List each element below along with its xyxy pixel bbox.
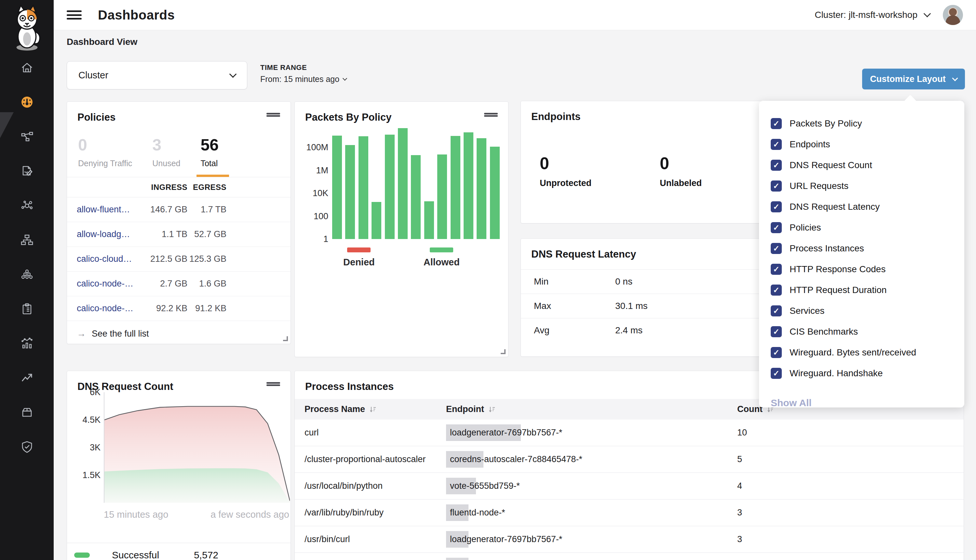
- drag-handle-icon[interactable]: [267, 381, 280, 386]
- cluster-nodes-icon[interactable]: [20, 268, 33, 281]
- endpoint-column-header[interactable]: Endpoint: [446, 404, 737, 414]
- calico-cat-logo: [7, 5, 47, 52]
- legend-allowed[interactable]: Allowed: [424, 247, 460, 268]
- policy-link[interactable]: calico-node-alertmana…: [67, 303, 134, 313]
- allowed-bar: [332, 136, 342, 239]
- customize-layout-button[interactable]: Customize Layout: [862, 68, 965, 90]
- legend-denied[interactable]: Denied: [343, 247, 375, 268]
- menu-item-process-instances[interactable]: ✓Process Instances: [771, 238, 964, 259]
- reports-icon[interactable]: [20, 165, 33, 178]
- checkbox-checked-icon[interactable]: ✓: [771, 326, 782, 337]
- process-count: 4: [737, 481, 964, 491]
- menu-item-http-response-codes[interactable]: ✓HTTP Response Codes: [771, 259, 964, 280]
- user-avatar[interactable]: [943, 5, 963, 25]
- dns-count-y-axis: 1.5K3K4.5K6K: [73, 392, 100, 503]
- checkbox-checked-icon[interactable]: ✓: [771, 305, 782, 317]
- cluster-switcher[interactable]: Cluster: jlt-msft-workshop: [815, 10, 930, 20]
- time-range-label: TIME RANGE: [260, 63, 347, 72]
- resize-handle-icon[interactable]: [283, 336, 288, 341]
- shield-check-icon[interactable]: [20, 440, 33, 453]
- menu-item-endpoints[interactable]: ✓Endpoints: [771, 134, 964, 155]
- packets-y-axis: 110010K1M100M: [300, 125, 328, 239]
- policies-card: Policies 0Denying Traffic3Unused56Total …: [67, 102, 291, 344]
- policies-tab-total[interactable]: 56Total: [197, 136, 229, 177]
- checkbox-checked-icon[interactable]: ✓: [771, 264, 782, 275]
- checkbox-checked-icon[interactable]: ✓: [771, 139, 782, 150]
- checkbox-checked-icon[interactable]: ✓: [771, 222, 782, 233]
- unlabeled-stat: 0 Unlabeled: [660, 153, 702, 188]
- service-graph-icon[interactable]: [20, 199, 33, 212]
- package-box-icon[interactable]: [20, 406, 33, 419]
- network-sets-icon[interactable]: [20, 130, 33, 143]
- dns-count-x-axis: 15 minutes ago a few seconds ago: [104, 509, 289, 520]
- show-all-link[interactable]: Show All: [771, 397, 964, 408]
- checkbox-checked-icon[interactable]: ✓: [771, 368, 782, 379]
- dashboards-gauge-icon[interactable]: [20, 96, 33, 108]
- drag-handle-icon[interactable]: [267, 112, 280, 117]
- policies-stats-tabs: 0Denying Traffic3Unused56Total: [67, 123, 290, 177]
- clipboard-list-icon[interactable]: [20, 302, 33, 315]
- legend-successful-row[interactable]: Successful 5,572: [67, 543, 290, 560]
- checkbox-checked-icon[interactable]: ✓: [771, 118, 782, 129]
- policies-table-row: calico-node-alertmana…2.7 GB1.6 GB: [67, 272, 290, 296]
- endpoint-chip[interactable]: loadgenerator-7697bb7567-*: [446, 531, 469, 548]
- checkbox-checked-icon[interactable]: ✓: [771, 160, 782, 171]
- process-instances-card-title: Process Instances: [305, 381, 394, 393]
- stats-chart-icon[interactable]: [20, 337, 33, 350]
- home-icon[interactable]: [20, 61, 33, 74]
- see-full-list-link[interactable]: → See the full list: [67, 328, 290, 339]
- process-count: 3: [737, 508, 964, 518]
- menu-item-wireguard-bytes-sent-received[interactable]: ✓Wireguard. Bytes sent/received: [771, 342, 964, 363]
- menu-item-services[interactable]: ✓Services: [771, 300, 964, 321]
- menu-item-http-request-duration[interactable]: ✓HTTP Request Duration: [771, 280, 964, 300]
- ingress-column-header: INGRESS: [134, 183, 187, 192]
- dns-request-count-card: DNS Request Count 1.5K3K4.5K6K: [67, 371, 291, 560]
- chevron-down-icon: [342, 76, 347, 81]
- resize-handle-icon[interactable]: [501, 349, 506, 354]
- allowed-bar: [424, 201, 434, 239]
- endpoint-chip[interactable]: vote-5655bd759-*: [446, 478, 476, 494]
- time-range-value[interactable]: From: 15 minutes ago: [260, 75, 347, 84]
- dns-count-legend: Successful 5,572: [67, 543, 290, 560]
- checkbox-checked-icon[interactable]: ✓: [771, 201, 782, 212]
- allowed-bar: [490, 147, 500, 239]
- trending-up-icon[interactable]: [20, 372, 33, 384]
- checkbox-checked-icon[interactable]: ✓: [771, 243, 782, 254]
- menu-item-packets-by-policy[interactable]: ✓Packets By Policy: [771, 113, 964, 134]
- process-name: /cluster-proportional-autoscaler: [295, 454, 446, 464]
- policies-tab-denying-traffic[interactable]: 0Denying Traffic: [74, 136, 136, 177]
- process-instances-row: curlloadgenerator-7697bb7567-*10: [295, 420, 964, 446]
- process-name-column-header[interactable]: Process Name: [295, 404, 446, 414]
- process-count: 3: [737, 534, 964, 544]
- drag-handle-icon[interactable]: [484, 112, 498, 117]
- menu-item-dns-request-count[interactable]: ✓DNS Request Count: [771, 155, 964, 176]
- allowed-bar: [398, 128, 408, 239]
- checkbox-checked-icon[interactable]: ✓: [771, 180, 782, 192]
- process-count: 5: [737, 454, 964, 464]
- policies-tab-unused[interactable]: 3Unused: [148, 136, 184, 177]
- unprotected-stat: 0 Unprotected: [540, 153, 591, 188]
- menu-item-wireguard-handshake[interactable]: ✓Wireguard. Handshake: [771, 363, 964, 384]
- checkbox-checked-icon[interactable]: ✓: [771, 285, 782, 296]
- dashboard-view-select[interactable]: Cluster: [67, 61, 247, 90]
- policy-link[interactable]: allow-loadgenerator: [67, 229, 134, 239]
- dns-count-area-chart: [104, 392, 289, 503]
- menu-item-dns-request-latency[interactable]: ✓DNS Request Latency: [771, 197, 964, 217]
- checkbox-checked-icon[interactable]: ✓: [771, 347, 782, 358]
- policy-link[interactable]: allow-fluentd-node: [67, 205, 134, 215]
- policies-table-header: INGRESS EGRESS: [67, 177, 290, 197]
- chevron-down-icon: [229, 70, 237, 78]
- endpoint-chip[interactable]: compliance-benchmarker-*: [446, 558, 469, 560]
- policy-link[interactable]: calico-cloud-apiserver-…: [67, 254, 134, 264]
- endpoint-chip[interactable]: coredns-autoscaler-7c88465478-*: [446, 451, 484, 468]
- endpoint-chip[interactable]: loadgenerator-7697bb7567-*: [446, 424, 521, 441]
- menu-item-url-requests[interactable]: ✓URL Requests: [771, 176, 964, 197]
- menu-item-policies[interactable]: ✓Policies: [771, 217, 964, 238]
- dns-latency-card-title: DNS Request Latency: [531, 248, 636, 260]
- menu-hamburger-icon[interactable]: [67, 10, 82, 20]
- packets-bar-chart: [332, 125, 500, 239]
- menu-item-cis-benchmarks[interactable]: ✓CIS Benchmarks: [771, 321, 964, 342]
- policy-link[interactable]: calico-node-alertmana…: [67, 279, 134, 289]
- endpoint-chip[interactable]: fluentd-node-*: [446, 504, 469, 521]
- tree-hierarchy-icon[interactable]: [20, 233, 33, 247]
